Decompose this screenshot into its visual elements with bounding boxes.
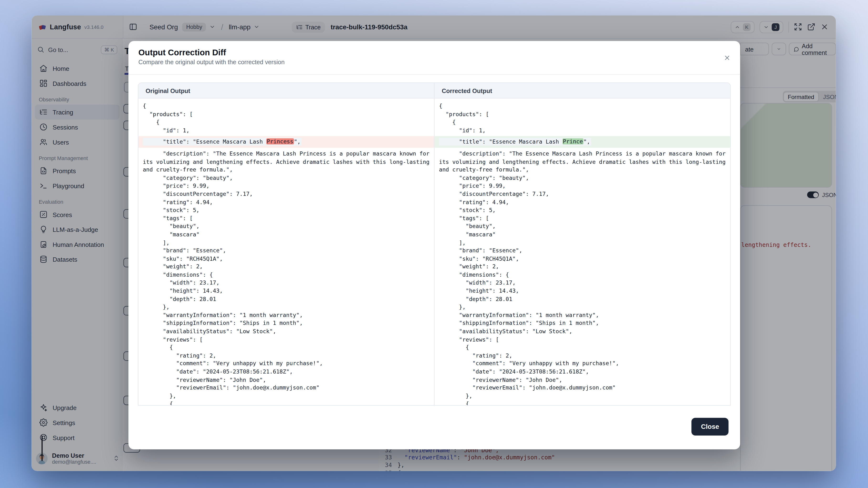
json-line: "dimensions": { bbox=[439, 271, 726, 279]
json-line: "brand": "Essence", bbox=[143, 247, 430, 255]
json-line: "reviewerEmail": "john.doe@x.dummyjson.c… bbox=[439, 384, 726, 392]
json-line: "rating": 2, bbox=[439, 352, 726, 360]
json-line: "date": "2024-05-23T08:56:21.618Z", bbox=[439, 368, 726, 376]
json-line: "reviews": [ bbox=[439, 335, 726, 344]
json-line: ], bbox=[143, 239, 430, 247]
json-line: "warrantyInformation": "1 month warranty… bbox=[439, 312, 726, 320]
diff-word: Prince bbox=[562, 138, 583, 145]
json-line: "products": [ bbox=[143, 110, 430, 119]
original-output-body[interactable]: { "products": [ { "id": 1, "title": "Ess… bbox=[138, 98, 434, 406]
json-line: "sku": "RCH45Q1A", bbox=[143, 255, 430, 263]
original-output-header: Original Output bbox=[138, 83, 434, 98]
json-line: "reviewerName": "John Doe", bbox=[439, 376, 726, 384]
json-line: "shippingInformation": "Ships in 1 month… bbox=[439, 320, 726, 328]
json-line: }, bbox=[439, 303, 726, 312]
modal-header-divider bbox=[128, 74, 740, 75]
corrected-output-body[interactable]: { "products": [ { "id": 1, "title": "Ess… bbox=[434, 98, 730, 406]
json-line: "sku": "RCH45Q1A", bbox=[439, 255, 726, 263]
json-line: "comment": "Very unhappy with my purchas… bbox=[439, 360, 726, 368]
json-line: "shippingInformation": "Ships in 1 month… bbox=[143, 320, 430, 328]
json-line: "tags": [ bbox=[439, 215, 726, 223]
json-line: }, bbox=[143, 392, 430, 400]
json-line: ], bbox=[439, 239, 726, 247]
json-line: }, bbox=[143, 303, 430, 312]
json-line: "warrantyInformation": "1 month warranty… bbox=[143, 312, 430, 320]
diff-row-removed: "title": "Essence Mascara Lash Princess"… bbox=[138, 136, 434, 148]
json-line: "beauty", bbox=[439, 223, 726, 231]
json-line: "mascara" bbox=[143, 231, 430, 239]
json-line: "reviewerName": "John Doe", bbox=[143, 376, 430, 384]
json-line: "category": "beauty", bbox=[439, 174, 726, 182]
modal-title: Output Correction Diff bbox=[138, 48, 226, 57]
json-line: "price": 9.99, bbox=[439, 182, 726, 190]
json-line: "weight": 2, bbox=[439, 263, 726, 271]
close-icon[interactable] bbox=[724, 54, 731, 61]
modal-subtitle: Compare the original output with the cor… bbox=[138, 59, 285, 65]
close-button[interactable]: Close bbox=[692, 418, 728, 435]
json-line: "rating": 4.94, bbox=[439, 198, 726, 206]
json-line: "products": [ bbox=[439, 110, 726, 119]
json-line: "width": 23.17, bbox=[143, 279, 430, 287]
json-line: "weight": 2, bbox=[143, 263, 430, 271]
diff-word: Princess bbox=[266, 138, 294, 145]
json-line: "id": 1, bbox=[439, 127, 726, 135]
json-line: "tags": [ bbox=[143, 215, 430, 223]
json-line: { bbox=[143, 102, 430, 110]
json-line: "description": "The Essence Mascara Lash… bbox=[439, 150, 726, 174]
diff-header-row: Original Output Corrected Output bbox=[138, 83, 730, 98]
json-line: { bbox=[143, 119, 430, 127]
json-line: { bbox=[143, 400, 430, 405]
json-line: "date": "2024-05-23T08:56:21.618Z", bbox=[143, 368, 430, 376]
json-line: "brand": "Essence", bbox=[439, 247, 726, 255]
json-line: "availabilityStatus": "Low Stock", bbox=[439, 328, 726, 336]
json-line: "mascara" bbox=[439, 231, 726, 239]
json-line: "reviewerEmail": "john.doe@x.dummyjson.c… bbox=[143, 384, 430, 392]
json-line: { bbox=[439, 344, 726, 352]
output-correction-diff-modal: Output Correction Diff Compare the origi… bbox=[128, 41, 740, 449]
json-line: "height": 14.43, bbox=[143, 287, 430, 295]
json-line: "description": "The Essence Mascara Lash… bbox=[143, 150, 430, 174]
json-line: "category": "beauty", bbox=[143, 174, 430, 182]
json-line: "height": 14.43, bbox=[439, 287, 726, 295]
json-line: "width": 23.17, bbox=[439, 279, 726, 287]
json-line: { bbox=[143, 344, 430, 352]
json-line: "discountPercentage": 7.17, bbox=[143, 190, 430, 198]
json-line: "rating": 4.94, bbox=[143, 198, 430, 206]
json-line: "stock": 5, bbox=[143, 206, 430, 215]
diff-bodies: { "products": [ { "id": 1, "title": "Ess… bbox=[138, 98, 730, 406]
json-line: "reviews": [ bbox=[143, 335, 430, 344]
json-line: { bbox=[439, 400, 726, 405]
json-line: "dimensions": { bbox=[143, 271, 430, 279]
desktop: Langfuse v3.146.0 Go to... ⌘ K HomeDashb… bbox=[0, 0, 868, 488]
app-window: Langfuse v3.146.0 Go to... ⌘ K HomeDashb… bbox=[31, 15, 836, 471]
json-line: }, bbox=[439, 392, 726, 400]
json-line: "comment": "Very unhappy with my purchas… bbox=[143, 360, 430, 368]
json-line: "discountPercentage": 7.17, bbox=[439, 190, 726, 198]
json-line: "id": 1, bbox=[143, 127, 430, 135]
json-line: "availabilityStatus": "Low Stock", bbox=[143, 328, 430, 336]
json-line: "price": 9.99, bbox=[143, 182, 430, 190]
json-line: "rating": 2, bbox=[143, 352, 430, 360]
json-line: "stock": 5, bbox=[439, 206, 726, 215]
json-line: "depth": 28.01 bbox=[143, 295, 430, 303]
json-line: { bbox=[439, 119, 726, 127]
json-line: { bbox=[439, 102, 726, 110]
corrected-output-header: Corrected Output bbox=[434, 83, 730, 98]
diff-panel: Original Output Corrected Output { "prod… bbox=[138, 83, 731, 406]
json-line: "depth": 28.01 bbox=[439, 295, 726, 303]
json-line: "beauty", bbox=[143, 223, 430, 231]
diff-row-added: "title": "Essence Mascara Lash Prince", bbox=[434, 136, 730, 148]
